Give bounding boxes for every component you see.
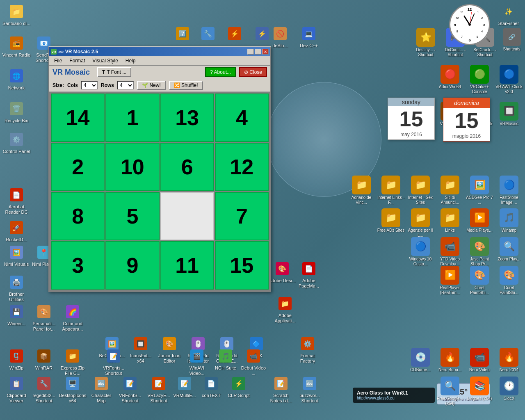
new-button[interactable]: 🌱 New! (137, 81, 166, 90)
desktop-icon-vrlazy[interactable]: 📝 VRLazyE... Shortcut (144, 375, 173, 404)
desktop-icon-iconsext[interactable]: 🔲 IconsExt... x64 (126, 336, 155, 364)
mosaic-cell-12[interactable]: 12 (215, 143, 269, 191)
desktop-icon-charmap[interactable]: 🔤 Character Map (87, 375, 116, 404)
mosaic-cell-empty[interactable] (160, 192, 214, 240)
desktop-icon-regedit[interactable]: 🔧 regedit32... Shortcut (30, 375, 58, 404)
maximize-button[interactable]: □ (255, 49, 261, 55)
mosaic-cell-3[interactable]: 3 (51, 241, 105, 290)
desktop-icon-controlpanel[interactable]: ⚙️ Control Panel (2, 131, 31, 154)
desktop-icon-destiny[interactable]: ⭐ Destiny... - Shortcut (412, 28, 440, 57)
desktop-icon-nero-burni[interactable]: 🔥 Nero Burni... (436, 348, 464, 372)
menu-help[interactable]: Help (122, 57, 139, 64)
desktop-icon-devcpp[interactable]: 💻 Dev-C++ (294, 25, 323, 48)
desktop-icon-agenzie[interactable]: 📁 Agenzie per il L... (406, 208, 434, 238)
desktop-icon-expresszip[interactable]: 📁 Express Zip File C... (58, 348, 87, 376)
desktop-icon-clocx[interactable]: 🕐 ClocX (495, 377, 523, 406)
mosaic-cell-14[interactable]: 14 (51, 94, 105, 142)
mosaic-cell-5[interactable]: 5 (105, 192, 159, 240)
menu-file[interactable]: File (51, 57, 65, 64)
desktop-icon-vrcalc[interactable]: 🟢 VRCalc++ Console (466, 65, 493, 94)
desktop-icon-internet-links[interactable]: 📁 Internet Links - F... (377, 176, 405, 205)
desktop-icon-adrix[interactable]: 🔴 Adrix Win64 (436, 65, 464, 94)
font-button[interactable]: T T Font ... (97, 67, 131, 77)
desktop-icon-freeads[interactable]: 📁 Free ADs Sites (377, 208, 405, 238)
rows-select[interactable]: 4 3 5 (117, 81, 134, 89)
desktop-icon-junioricon[interactable]: 🎨 Junior Icon Editor (155, 336, 184, 364)
desktop-icon-santuario[interactable]: 📁 Santuario di... (2, 3, 31, 26)
desktop-icon-vrfonts[interactable]: 📝 VRFonts... Shortcut (99, 348, 128, 376)
desktop-icon-winamp[interactable]: 🎵 Winamp (495, 208, 523, 238)
mosaic-cell-4[interactable]: 4 (215, 94, 269, 142)
desktop-icon-adriano[interactable]: 📁 Adriano de Vinc... (347, 176, 375, 205)
desktop-icon-recycle[interactable]: 🗑️ Recycle Bin (2, 100, 31, 123)
desktop-icon-vrmosaic2[interactable]: 🔲 VRMosaic (495, 102, 523, 126)
desktop-icon-siti[interactable]: 📁 Siti di Annunci... (436, 176, 464, 205)
desktop-icon-nimi-visuals[interactable]: 🖼️ Nimi Visuals (2, 244, 31, 267)
desktop-icon-vincent[interactable]: 📻 Vincent Radio (2, 35, 31, 58)
desktop-icon-cdburner[interactable]: 💿 CDBurne... (406, 348, 434, 372)
desktop-icon-zoomplay[interactable]: 🔍 Zoom Play... (495, 237, 523, 267)
desktop-icon-formatfactory[interactable]: ⚙️ Format Factory (293, 336, 322, 364)
desktop-icon-corel1[interactable]: 🎨 Corel PaintShi... (466, 266, 493, 295)
desktop-icon-7zip[interactable]: 7️⃣ (168, 25, 197, 43)
desktop-icon-unknown1[interactable]: 🔧 (194, 25, 222, 43)
desktop-icon-winavi[interactable]: 🎬 WinAVI Video... (183, 348, 211, 376)
desktop-icon-context[interactable]: 📄 conTEXT (197, 375, 226, 398)
desktop-icon-buzzwor[interactable]: 🔤 buzzwor... Shortcut (295, 375, 324, 404)
desktop-icon-adobe-desi[interactable]: 🎨 Adobe Desi... (268, 260, 297, 283)
close-app-button[interactable]: ⊘ Close (239, 67, 267, 77)
desktop-icon-personalize[interactable]: 🎨 Personali... Panel for... (30, 304, 58, 332)
desktop-icon-nero-video[interactable]: 📹 Nero Video (466, 348, 493, 372)
desktop-icon-acdsee[interactable]: 🖼️ ACDSee Pro 7 ... (466, 176, 493, 205)
desktop-icon-adobe-app[interactable]: 📁 Adobe Applicati... (271, 295, 299, 324)
mosaic-cell-10[interactable]: 10 (105, 143, 159, 191)
mosaic-cell-13[interactable]: 13 (160, 94, 214, 142)
desktop-icon-nero2014[interactable]: 🔥 Nero 2014 (495, 348, 523, 372)
desktop-icon-mediaplayer[interactable]: ▶️ Media Playe... (466, 208, 493, 238)
desktop-icon-desktopicons[interactable]: 🖥️ DesktopIcons x64 (58, 375, 87, 404)
window-titlebar[interactable]: VR »» VR Mosaic 2.5 _ □ ✕ (49, 47, 270, 56)
menu-visual-style[interactable]: Visual Style (89, 57, 121, 64)
desktop-icon-jascpaint[interactable]: 🎨 Jasc Paint Shop Pr... (466, 237, 493, 267)
desktop-icon-adobe-pagemaker[interactable]: 📄 Adobe PageMa... (294, 260, 323, 289)
about-button[interactable]: ? About... (205, 67, 236, 77)
desktop-icon-scratch[interactable]: 📝 Scratch Notes.txt... (267, 375, 295, 404)
desktop-icon-vrfonts2[interactable]: 📝 VRFontS... Shortcut (116, 375, 144, 404)
desktop-icon-corel2[interactable]: 🎨 Corel PaintShi... (495, 266, 523, 295)
close-button[interactable]: ✕ (262, 49, 269, 55)
desktop-icon-winrar[interactable]: 📦 WinRAR (30, 348, 58, 371)
mosaic-cell-15[interactable]: 15 (215, 241, 269, 290)
desktop-icon-acrobat[interactable]: 📄 Acrobat Reader DC (2, 187, 31, 215)
desktop-icon-clipboard[interactable]: 📋 Clipboard Viewer (2, 375, 31, 404)
desktop-icon-deblo[interactable]: 🚫 deBlo... (266, 25, 294, 48)
calendar-orange[interactable]: domenica 15 maggio 2016 (443, 98, 490, 142)
calendar-gray[interactable]: sunday 15 may 2016 (388, 98, 435, 140)
desktop-icon-clrscript[interactable]: ⚡ CLR Script (224, 375, 253, 398)
minimize-button[interactable]: _ (247, 49, 254, 55)
desktop-icon-vrmulti[interactable]: 📝 VRMultiE... (170, 375, 199, 398)
cols-select[interactable]: 4 3 5 (81, 81, 98, 89)
desktop-icon-wineer[interactable]: 💾 Wineer... (2, 304, 31, 326)
desktop-icon-faststone[interactable]: 🔵 FastStone Image ... (495, 176, 523, 205)
desktop-icon-shortcuts[interactable]: 🔗 Shortcuts (500, 28, 523, 57)
desktop-icon-lingoes[interactable]: 📚 Lingoes (x64) (466, 377, 493, 406)
desktop-icon-vrawt[interactable]: 🔵 VR AWT Clock v2.0 (495, 65, 523, 94)
desktop-icon-network[interactable]: 🌐 Network (2, 68, 31, 91)
shuffle-button[interactable]: 🔀 Shuffle! (169, 81, 203, 90)
desktop-icon-realplayer[interactable]: ▶️ RealPlayer (RealTim... (436, 266, 464, 295)
mosaic-cell-7[interactable]: 7 (215, 192, 269, 240)
desktop-icon-debut[interactable]: 📹 Debut Video ... (239, 348, 268, 376)
desktop-icon-links[interactable]: 📁 Links (436, 208, 464, 238)
desktop-icon-win10custo[interactable]: 🔵 Windows 10 Custo... (406, 237, 434, 267)
mosaic-cell-2[interactable]: 2 (51, 143, 105, 191)
mosaic-cell-1[interactable]: 1 (105, 94, 159, 142)
mosaic-cell-8[interactable]: 8 (51, 192, 105, 240)
aero-notification[interactable]: Aero Glass for Win8.1 http://www.glass8.… (353, 388, 435, 403)
desktop-icon-ytd[interactable]: 📹 YTD Video Downloa... (436, 237, 464, 267)
menu-format[interactable]: Format (66, 57, 88, 64)
desktop-icon-internet-sex[interactable]: 📁 Internet - Sex Sites (406, 176, 434, 205)
desktop-icon-winzip[interactable]: 🗜️ WinZip (2, 348, 31, 371)
desktop-icon-rocketd[interactable]: 🚀 RocketD... (2, 219, 31, 242)
mosaic-cell-9[interactable]: 9 (105, 241, 159, 290)
desktop-icon-unknown2[interactable]: ⚡ (220, 25, 249, 43)
